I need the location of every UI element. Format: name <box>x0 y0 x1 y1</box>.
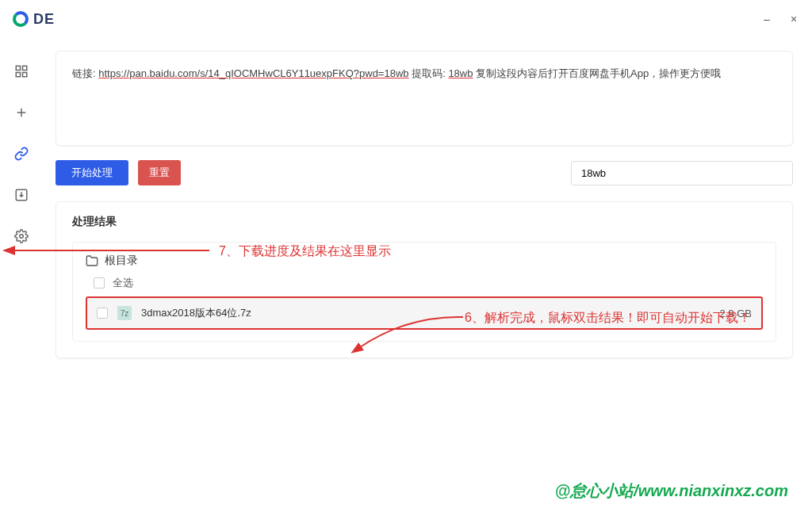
start-button[interactable]: 开始处理 <box>56 160 128 185</box>
link-input-text: 链接: https://pan.baidu.com/s/14_qIOCMHwCL… <box>72 64 776 82</box>
reset-button[interactable]: 重置 <box>138 160 181 185</box>
download-icon <box>14 188 29 202</box>
results-card: 处理结果 根目录 全选 7z 3dmax2018版本64位.7z 2.9 GB <box>56 201 793 358</box>
close-button[interactable]: × <box>788 13 799 25</box>
titlebar: DE – × <box>0 0 812 38</box>
logo-ring-icon <box>13 11 29 27</box>
file-name: 3dmax2018版本64位.7z <box>141 306 251 320</box>
sidebar-item-add[interactable] <box>12 103 31 122</box>
sidebar <box>0 38 43 516</box>
watermark: @怠心小站/www.nianxinxz.com <box>555 480 788 502</box>
archive-icon: 7z <box>117 306 132 320</box>
svg-rect-2 <box>16 73 20 77</box>
link-icon <box>14 147 29 161</box>
root-folder-row[interactable]: 根目录 <box>86 254 763 268</box>
sidebar-item-link[interactable] <box>12 144 31 163</box>
select-all-checkbox[interactable] <box>94 277 105 289</box>
link-input-card[interactable]: 链接: https://pan.baidu.com/s/14_qIOCMHwCL… <box>56 51 793 146</box>
svg-rect-3 <box>23 73 27 77</box>
results-title: 处理结果 <box>56 202 792 242</box>
main-content: 链接: https://pan.baidu.com/s/14_qIOCMHwCL… <box>43 38 812 516</box>
annotation-6: 6、解析完成，鼠标双击结果！即可自动开始下载！ <box>465 310 751 327</box>
file-checkbox[interactable] <box>97 308 108 319</box>
svg-rect-0 <box>16 66 20 70</box>
svg-point-7 <box>20 235 24 239</box>
svg-rect-1 <box>23 66 27 70</box>
grid-icon <box>14 64 29 78</box>
action-row: 开始处理 重置 <box>56 160 793 185</box>
root-label: 根目录 <box>105 254 138 268</box>
sidebar-item-settings[interactable] <box>12 227 31 246</box>
annotation-7: 7、下载进度及结果在这里显示 <box>219 243 391 260</box>
select-all-label: 全选 <box>113 276 133 290</box>
folder-icon <box>86 254 98 267</box>
app-logo: DE <box>13 11 55 28</box>
code-input[interactable] <box>571 161 793 185</box>
app-title: DE <box>33 11 55 28</box>
select-all-row[interactable]: 全选 <box>86 276 763 290</box>
minimize-button[interactable]: – <box>761 13 772 25</box>
window-controls: – × <box>761 13 799 25</box>
results-inner: 根目录 全选 7z 3dmax2018版本64位.7z 2.9 GB <box>72 242 776 342</box>
plus-icon <box>14 105 29 120</box>
gear-icon <box>14 229 29 243</box>
sidebar-item-apps[interactable] <box>12 62 31 81</box>
sidebar-item-download[interactable] <box>12 185 31 204</box>
